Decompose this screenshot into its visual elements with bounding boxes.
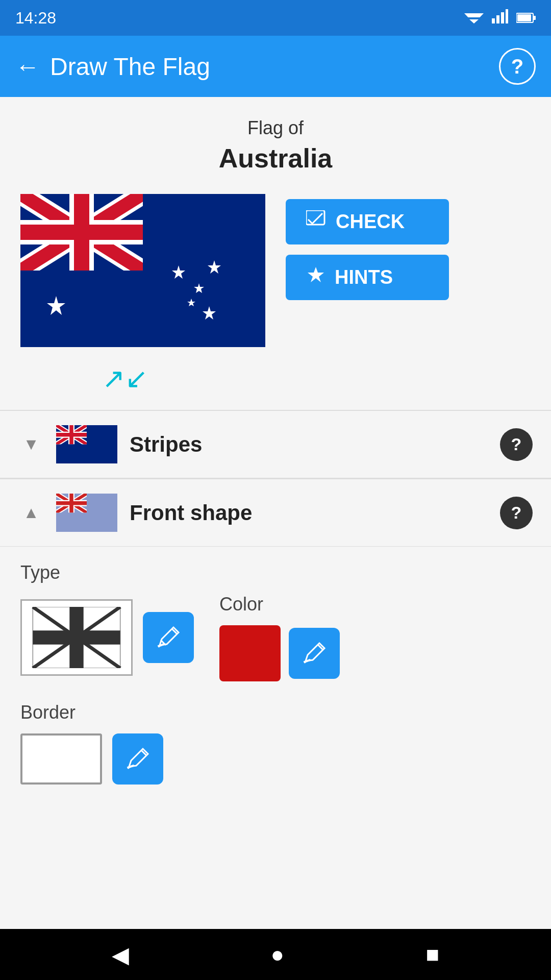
nav-recents-button[interactable]: ■ xyxy=(426,942,440,967)
svg-rect-56 xyxy=(158,643,165,648)
nav-back-button[interactable]: ◀ xyxy=(112,942,129,968)
back-button[interactable]: ← xyxy=(15,53,40,81)
color-label: Color xyxy=(219,594,340,615)
border-label: Border xyxy=(20,702,531,723)
svg-rect-62 xyxy=(127,765,135,769)
nav-bar: ◀ ● ■ xyxy=(0,929,551,980)
svg-rect-19 xyxy=(20,225,143,240)
front-shape-thumbnail xyxy=(56,494,117,532)
svg-marker-27 xyxy=(308,267,324,282)
clock: 14:28 xyxy=(15,9,56,28)
svg-rect-5 xyxy=(501,12,504,23)
flag-display-section: CHECK HINTS xyxy=(0,184,551,362)
help-button[interactable]: ? xyxy=(499,48,536,85)
border-row xyxy=(20,733,531,785)
type-preview xyxy=(20,599,133,676)
type-edit-button[interactable] xyxy=(143,612,194,663)
stripes-help-button[interactable]: ? xyxy=(500,428,533,461)
front-shape-section-row[interactable]: ▲ Front shape ? xyxy=(0,479,551,547)
expanded-section: Type xyxy=(0,547,551,820)
hints-button[interactable]: HINTS xyxy=(286,255,449,300)
resize-icon: ↗↙ xyxy=(102,362,148,395)
svg-marker-2 xyxy=(469,19,479,23)
border-group: Border xyxy=(20,702,531,785)
app-bar-left: ← Draw The Flag xyxy=(15,53,210,81)
type-row: Color xyxy=(20,594,531,681)
country-name: Australia xyxy=(20,143,531,174)
color-group: Color xyxy=(219,594,340,681)
wifi-icon xyxy=(464,9,484,28)
flag-buttons: CHECK HINTS xyxy=(286,199,449,300)
border-edit-button[interactable] xyxy=(112,733,163,785)
app-title: Draw The Flag xyxy=(50,53,210,81)
flag-preview xyxy=(20,194,265,347)
svg-rect-26 xyxy=(306,210,324,225)
type-label: Type xyxy=(20,562,531,583)
check-button[interactable]: CHECK xyxy=(286,199,449,244)
stripes-thumbnail xyxy=(56,425,117,463)
color-swatch-red xyxy=(219,625,281,681)
signal-icon xyxy=(492,9,508,28)
svg-rect-59 xyxy=(304,659,311,664)
resize-icon-area: ↗↙ xyxy=(0,362,551,410)
star-icon xyxy=(306,266,325,289)
svg-rect-9 xyxy=(533,16,536,20)
flag-of-text: Flag of xyxy=(20,117,531,139)
app-bar: ← Draw The Flag ? xyxy=(0,36,551,97)
check-label: CHECK xyxy=(336,211,405,233)
front-shape-label: Front shape xyxy=(130,501,488,525)
stripes-chevron-icon: ▼ xyxy=(18,435,44,454)
check-icon xyxy=(306,210,327,233)
svg-rect-47 xyxy=(56,501,87,505)
flag-title-section: Flag of Australia xyxy=(0,97,551,184)
status-icons xyxy=(464,9,536,28)
color-edit-button[interactable] xyxy=(289,628,340,679)
stripes-section-row[interactable]: ▼ Stripes ? xyxy=(0,411,551,478)
svg-rect-52 xyxy=(33,630,120,644)
status-bar: 14:28 xyxy=(0,0,551,36)
svg-rect-37 xyxy=(56,433,87,437)
svg-rect-8 xyxy=(517,14,531,21)
svg-rect-4 xyxy=(496,15,499,23)
nav-home-button[interactable]: ● xyxy=(270,942,284,967)
type-group: Type xyxy=(20,562,531,681)
front-shape-chevron-icon: ▲ xyxy=(18,503,44,522)
battery-icon xyxy=(516,9,536,28)
border-preview xyxy=(20,733,102,785)
hints-label: HINTS xyxy=(335,266,393,288)
svg-rect-6 xyxy=(506,9,508,23)
content-area: Flag of Australia xyxy=(0,97,551,929)
stripes-label: Stripes xyxy=(130,432,488,457)
svg-rect-3 xyxy=(492,18,495,23)
front-shape-help-button[interactable]: ? xyxy=(500,497,533,529)
